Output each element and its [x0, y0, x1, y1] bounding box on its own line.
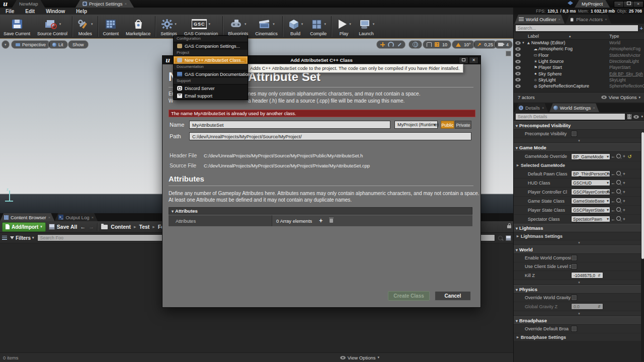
- create-class-button[interactable]: Create Class: [388, 291, 430, 301]
- lock-icon[interactable]: [507, 225, 511, 228]
- game-state-class-dropdown[interactable]: GameStateBase: [571, 198, 610, 204]
- table-row[interactable]: ▾ ▲ NewMap (Editor) World: [514, 40, 644, 46]
- path-input[interactable]: [189, 132, 471, 140]
- table-row[interactable]: ☼ SkyLight SkyLight: [514, 77, 644, 83]
- display-filter-eye-icon[interactable]: [633, 115, 639, 119]
- section-game-mode[interactable]: Game Mode: [514, 143, 644, 152]
- browse-icon[interactable]: [616, 180, 621, 186]
- column-type[interactable]: Type: [609, 34, 644, 39]
- column-label[interactable]: Label: [528, 34, 539, 39]
- tab-details[interactable]: i Details ×: [515, 103, 548, 112]
- override-world-gravity-checkbox[interactable]: [571, 295, 577, 301]
- close-icon[interactable]: ×: [542, 106, 544, 110]
- use-selected-icon[interactable]: ←: [610, 190, 616, 195]
- use-selected-icon[interactable]: ←: [610, 199, 616, 204]
- table-row[interactable]: ● Sky Sphere Edit BP_Sky_Sph: [514, 70, 644, 76]
- hud-class-dropdown[interactable]: GSCHUD: [571, 179, 610, 186]
- cinematics-button[interactable]: ▾ Cinematics: [252, 15, 281, 38]
- public-toggle[interactable]: Public: [441, 121, 454, 129]
- row-lightmass-settings[interactable]: Lightmass Settings: [514, 232, 644, 240]
- tab-place-actors[interactable]: Place Actors ×: [566, 15, 611, 24]
- menu-item-new-attributeset-class[interactable]: New C++ AttributeSet Class...: [174, 56, 248, 64]
- precompute-visibility-checkbox[interactable]: [571, 131, 577, 137]
- browse-icon[interactable]: [616, 189, 621, 195]
- private-toggle[interactable]: Private: [455, 121, 471, 129]
- visibility-eye-icon[interactable]: [515, 53, 521, 57]
- back-button[interactable]: ←: [80, 224, 86, 230]
- save-search-icon[interactable]: [506, 235, 511, 241]
- minimize-button[interactable]: –: [614, 1, 624, 8]
- breadcrumb-content[interactable]: Content: [111, 224, 131, 230]
- world-local-toggle[interactable]: [409, 40, 422, 49]
- visibility-eye-icon[interactable]: [515, 66, 521, 69]
- browse-icon[interactable]: [616, 171, 621, 176]
- add-new-icon[interactable]: +: [621, 199, 627, 204]
- section-precomputed-visibility[interactable]: Precomputed Visibility: [514, 121, 644, 130]
- kill-z-input[interactable]: -1048575,0⇵: [571, 272, 603, 279]
- lit-button[interactable]: Lit: [48, 40, 68, 49]
- visibility-eye-icon[interactable]: [515, 60, 521, 63]
- visibility-eye-icon[interactable]: [515, 47, 521, 51]
- delete-elements-icon[interactable]: [330, 219, 333, 223]
- modes-button[interactable]: ▾ Modes: [74, 15, 97, 38]
- menu-edit[interactable]: Edit: [20, 9, 40, 14]
- browse-icon[interactable]: [616, 207, 621, 213]
- show-button[interactable]: Show: [68, 40, 89, 49]
- close-icon[interactable]: ×: [605, 17, 607, 22]
- advanced-expander[interactable]: [514, 280, 644, 285]
- menu-file[interactable]: File: [0, 9, 20, 14]
- tab-project-settings[interactable]: ⚙ Project Settings ×: [75, 0, 134, 8]
- close-icon[interactable]: ×: [593, 106, 595, 110]
- viewport-options-button[interactable]: ▾: [2, 40, 10, 49]
- rotation-snap-icon[interactable]: [456, 43, 461, 47]
- maximize-viewport-button[interactable]: [506, 51, 511, 56]
- add-import-button[interactable]: Add/Import ▾: [2, 222, 46, 232]
- outliner-search-input[interactable]: [515, 25, 638, 32]
- add-new-icon[interactable]: +: [621, 180, 627, 186]
- camera-speed-value[interactable]: 4: [506, 42, 509, 47]
- grid-snap-value[interactable]: 10: [442, 42, 447, 47]
- cancel-button[interactable]: Cancel: [435, 291, 471, 301]
- override-default-broadphase-checkbox[interactable]: [571, 326, 577, 332]
- add-element-icon[interactable]: +: [319, 217, 323, 224]
- scale-snap-icon[interactable]: ↗: [477, 42, 481, 47]
- menu-item-gas-companion-settings[interactable]: GAS Companion Settings...: [174, 42, 248, 50]
- cb-view-options[interactable]: View Options ▾: [340, 355, 379, 360]
- blueprints-button[interactable]: ▾ Blueprints: [224, 15, 252, 38]
- filters-button[interactable]: Filters ▾: [10, 235, 34, 241]
- tab-world-settings[interactable]: World Settings ×: [549, 103, 599, 112]
- default-pawn-class-dropdown[interactable]: BP_ThirdPersonChar: [571, 170, 610, 177]
- menu-item-discord-server[interactable]: Discord Server: [174, 84, 248, 92]
- menu-help[interactable]: Help: [70, 9, 93, 14]
- camera-speed-icon[interactable]: [498, 43, 503, 46]
- dialog-close-button[interactable]: ✕: [469, 57, 478, 64]
- grid-snap-icon[interactable]: [435, 42, 439, 47]
- menu-window[interactable]: Window: [40, 9, 70, 14]
- table-row[interactable]: ▭ Floor StaticMeshActor: [514, 52, 644, 58]
- close-icon[interactable]: ×: [125, 0, 127, 8]
- details-search-input[interactable]: [515, 113, 625, 120]
- outliner-view-options[interactable]: View Options ▾: [601, 95, 640, 100]
- visibility-eye-icon[interactable]: [515, 84, 521, 88]
- rotate-tool-icon[interactable]: [388, 42, 394, 48]
- visibility-eye-icon[interactable]: [515, 41, 521, 45]
- add-new-icon[interactable]: +: [621, 208, 627, 213]
- table-row[interactable]: ☀ Light Source DirectionalLight: [514, 58, 644, 64]
- add-new-icon[interactable]: +: [621, 190, 627, 195]
- player-controller-class-dropdown[interactable]: GSCPlayerController: [571, 189, 610, 195]
- marketplace-button[interactable]: Marketplace: [122, 15, 154, 38]
- property-matrix-icon[interactable]: [627, 114, 632, 119]
- settings-button[interactable]: ▾ Settings: [157, 15, 181, 38]
- use-selected-icon[interactable]: ←: [610, 208, 616, 213]
- reset-to-default-icon[interactable]: ↺: [627, 154, 632, 159]
- player-state-class-dropdown[interactable]: GSCPlayerState: [571, 207, 610, 213]
- use-selected-icon[interactable]: ←: [610, 154, 616, 159]
- dialog-restore-button[interactable]: [459, 57, 468, 64]
- advanced-expander[interactable]: [514, 138, 644, 143]
- add-new-icon[interactable]: +: [621, 171, 627, 176]
- maximize-button[interactable]: [623, 1, 634, 8]
- section-world[interactable]: World: [514, 245, 644, 254]
- section-broadphase[interactable]: Broadphase: [514, 316, 644, 325]
- save-current-button[interactable]: Save Current: [0, 15, 34, 38]
- tab-world-outliner[interactable]: World Outliner ×: [515, 15, 565, 24]
